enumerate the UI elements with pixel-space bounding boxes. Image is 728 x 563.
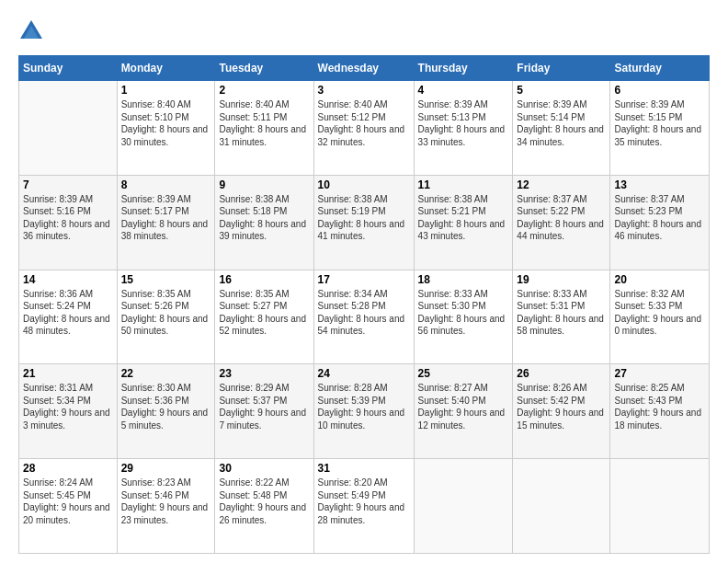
cell-info: Sunrise: 8:37 AMSunset: 5:23 PMDaylight:… xyxy=(614,193,705,243)
calendar-cell: 30Sunrise: 8:22 AMSunset: 5:48 PMDayligh… xyxy=(215,459,313,554)
cell-date-number: 3 xyxy=(318,84,410,97)
cell-date-number: 9 xyxy=(219,178,309,191)
cell-date-number: 18 xyxy=(418,273,509,286)
calendar-cell: 26Sunrise: 8:26 AMSunset: 5:42 PMDayligh… xyxy=(513,364,610,459)
cell-info: Sunrise: 8:28 AMSunset: 5:39 PMDaylight:… xyxy=(318,382,410,431)
cell-date-number: 10 xyxy=(318,178,410,191)
header-day-sunday: Sunday xyxy=(19,56,118,81)
calendar-cell: 6Sunrise: 8:39 AMSunset: 5:15 PMDaylight… xyxy=(610,81,710,176)
cell-info: Sunrise: 8:40 AMSunset: 5:10 PMDaylight:… xyxy=(121,98,211,148)
calendar-cell: 17Sunrise: 8:34 AMSunset: 5:28 PMDayligh… xyxy=(313,270,414,364)
calendar-cell: 25Sunrise: 8:27 AMSunset: 5:40 PMDayligh… xyxy=(414,364,513,459)
cell-date-number: 20 xyxy=(614,273,705,286)
cell-info: Sunrise: 8:30 AMSunset: 5:36 PMDaylight:… xyxy=(121,382,211,431)
week-row: 21Sunrise: 8:31 AMSunset: 5:34 PMDayligh… xyxy=(19,364,710,459)
cell-info: Sunrise: 8:38 AMSunset: 5:21 PMDaylight:… xyxy=(418,193,509,243)
calendar-table: SundayMondayTuesdayWednesdayThursdayFrid… xyxy=(18,55,710,554)
cell-info: Sunrise: 8:39 AMSunset: 5:15 PMDaylight:… xyxy=(614,98,705,148)
cell-date-number: 2 xyxy=(219,84,309,97)
cell-info: Sunrise: 8:39 AMSunset: 5:16 PMDaylight:… xyxy=(23,193,113,243)
cell-date-number: 13 xyxy=(614,178,705,191)
cell-info: Sunrise: 8:22 AMSunset: 5:48 PMDaylight:… xyxy=(219,477,309,526)
logo xyxy=(18,18,48,44)
cell-info: Sunrise: 8:40 AMSunset: 5:11 PMDaylight:… xyxy=(219,98,309,148)
header xyxy=(18,18,710,44)
calendar-cell: 19Sunrise: 8:33 AMSunset: 5:31 PMDayligh… xyxy=(513,270,610,364)
cell-info: Sunrise: 8:34 AMSunset: 5:28 PMDaylight:… xyxy=(318,288,410,338)
calendar-cell: 7Sunrise: 8:39 AMSunset: 5:16 PMDaylight… xyxy=(19,175,118,270)
cell-info: Sunrise: 8:26 AMSunset: 5:42 PMDaylight:… xyxy=(517,382,606,431)
cell-info: Sunrise: 8:39 AMSunset: 5:13 PMDaylight:… xyxy=(418,98,509,148)
week-row: 7Sunrise: 8:39 AMSunset: 5:16 PMDaylight… xyxy=(19,175,710,270)
page: SundayMondayTuesdayWednesdayThursdayFrid… xyxy=(0,0,728,563)
calendar-cell xyxy=(513,459,610,554)
calendar-cell: 24Sunrise: 8:28 AMSunset: 5:39 PMDayligh… xyxy=(313,364,414,459)
calendar-cell: 22Sunrise: 8:30 AMSunset: 5:36 PMDayligh… xyxy=(117,364,215,459)
week-row: 28Sunrise: 8:24 AMSunset: 5:45 PMDayligh… xyxy=(19,459,710,554)
cell-info: Sunrise: 8:40 AMSunset: 5:12 PMDaylight:… xyxy=(318,98,410,148)
cell-date-number: 28 xyxy=(23,462,113,475)
calendar-cell: 31Sunrise: 8:20 AMSunset: 5:49 PMDayligh… xyxy=(313,459,414,554)
header-day-friday: Friday xyxy=(513,56,610,81)
cell-date-number: 31 xyxy=(318,462,410,475)
calendar-cell: 8Sunrise: 8:39 AMSunset: 5:17 PMDaylight… xyxy=(117,175,215,270)
calendar-cell: 29Sunrise: 8:23 AMSunset: 5:46 PMDayligh… xyxy=(117,459,215,554)
calendar-cell: 21Sunrise: 8:31 AMSunset: 5:34 PMDayligh… xyxy=(19,364,118,459)
calendar-cell: 18Sunrise: 8:33 AMSunset: 5:30 PMDayligh… xyxy=(414,270,513,364)
cell-info: Sunrise: 8:33 AMSunset: 5:30 PMDaylight:… xyxy=(418,288,509,338)
cell-info: Sunrise: 8:35 AMSunset: 5:26 PMDaylight:… xyxy=(121,288,211,338)
cell-info: Sunrise: 8:31 AMSunset: 5:34 PMDaylight:… xyxy=(23,382,113,431)
calendar-cell: 27Sunrise: 8:25 AMSunset: 5:43 PMDayligh… xyxy=(610,364,710,459)
calendar-cell: 15Sunrise: 8:35 AMSunset: 5:26 PMDayligh… xyxy=(117,270,215,364)
cell-info: Sunrise: 8:27 AMSunset: 5:40 PMDaylight:… xyxy=(418,382,509,431)
week-row: 1Sunrise: 8:40 AMSunset: 5:10 PMDaylight… xyxy=(19,81,710,176)
cell-date-number: 19 xyxy=(517,273,606,286)
cell-date-number: 6 xyxy=(614,84,705,97)
cell-date-number: 7 xyxy=(23,178,113,191)
cell-info: Sunrise: 8:23 AMSunset: 5:46 PMDaylight:… xyxy=(121,477,211,526)
calendar-cell: 11Sunrise: 8:38 AMSunset: 5:21 PMDayligh… xyxy=(414,175,513,270)
cell-date-number: 23 xyxy=(219,367,309,380)
cell-date-number: 12 xyxy=(517,178,606,191)
calendar-cell: 23Sunrise: 8:29 AMSunset: 5:37 PMDayligh… xyxy=(215,364,313,459)
cell-info: Sunrise: 8:33 AMSunset: 5:31 PMDaylight:… xyxy=(517,288,606,338)
cell-info: Sunrise: 8:37 AMSunset: 5:22 PMDaylight:… xyxy=(517,193,606,243)
cell-date-number: 25 xyxy=(418,367,509,380)
cell-date-number: 17 xyxy=(318,273,410,286)
logo-icon xyxy=(18,18,44,44)
cell-info: Sunrise: 8:39 AMSunset: 5:17 PMDaylight:… xyxy=(121,193,211,243)
week-row: 14Sunrise: 8:36 AMSunset: 5:24 PMDayligh… xyxy=(19,270,710,364)
calendar-cell: 12Sunrise: 8:37 AMSunset: 5:22 PMDayligh… xyxy=(513,175,610,270)
header-day-monday: Monday xyxy=(117,56,215,81)
cell-info: Sunrise: 8:39 AMSunset: 5:14 PMDaylight:… xyxy=(517,98,606,148)
cell-date-number: 26 xyxy=(517,367,606,380)
cell-date-number: 27 xyxy=(614,367,705,380)
cell-info: Sunrise: 8:38 AMSunset: 5:18 PMDaylight:… xyxy=(219,193,309,243)
calendar-cell xyxy=(610,459,710,554)
calendar-cell: 1Sunrise: 8:40 AMSunset: 5:10 PMDaylight… xyxy=(117,81,215,176)
calendar-cell: 20Sunrise: 8:32 AMSunset: 5:33 PMDayligh… xyxy=(610,270,710,364)
cell-date-number: 1 xyxy=(121,84,211,97)
cell-date-number: 14 xyxy=(23,273,113,286)
calendar-cell: 28Sunrise: 8:24 AMSunset: 5:45 PMDayligh… xyxy=(19,459,118,554)
calendar-cell: 14Sunrise: 8:36 AMSunset: 5:24 PMDayligh… xyxy=(19,270,118,364)
cell-date-number: 30 xyxy=(219,462,309,475)
calendar-cell: 4Sunrise: 8:39 AMSunset: 5:13 PMDaylight… xyxy=(414,81,513,176)
calendar-cell: 16Sunrise: 8:35 AMSunset: 5:27 PMDayligh… xyxy=(215,270,313,364)
header-day-wednesday: Wednesday xyxy=(313,56,414,81)
calendar-cell: 10Sunrise: 8:38 AMSunset: 5:19 PMDayligh… xyxy=(313,175,414,270)
cell-info: Sunrise: 8:25 AMSunset: 5:43 PMDaylight:… xyxy=(614,382,705,431)
header-day-tuesday: Tuesday xyxy=(215,56,313,81)
cell-info: Sunrise: 8:24 AMSunset: 5:45 PMDaylight:… xyxy=(23,477,113,526)
header-day-thursday: Thursday xyxy=(414,56,513,81)
calendar-cell: 3Sunrise: 8:40 AMSunset: 5:12 PMDaylight… xyxy=(313,81,414,176)
cell-date-number: 8 xyxy=(121,178,211,191)
cell-info: Sunrise: 8:38 AMSunset: 5:19 PMDaylight:… xyxy=(318,193,410,243)
calendar-body: 1Sunrise: 8:40 AMSunset: 5:10 PMDaylight… xyxy=(19,81,710,554)
calendar-cell: 2Sunrise: 8:40 AMSunset: 5:11 PMDaylight… xyxy=(215,81,313,176)
header-day-saturday: Saturday xyxy=(610,56,710,81)
calendar-cell xyxy=(414,459,513,554)
calendar-cell xyxy=(19,81,118,176)
cell-date-number: 4 xyxy=(418,84,509,97)
cell-info: Sunrise: 8:29 AMSunset: 5:37 PMDaylight:… xyxy=(219,382,309,431)
